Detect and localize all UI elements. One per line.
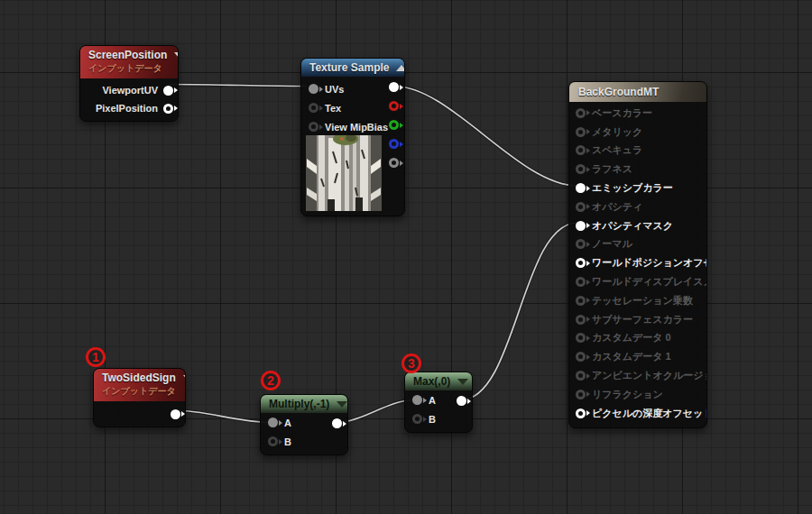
input-row: B <box>261 432 347 451</box>
node-title: TwoSidedSign <box>102 372 176 384</box>
annotation-number: 2 <box>267 373 274 388</box>
pin-label: ベースカラー <box>592 106 652 120</box>
input-pin-tex[interactable] <box>309 103 318 113</box>
input-pin-custom-data-1[interactable] <box>576 352 586 362</box>
collapse-arrow-icon[interactable] <box>457 379 468 385</box>
node-header[interactable]: Max(,0) <box>405 372 472 390</box>
output-pin-r[interactable] <box>389 101 399 111</box>
node-subtitle: インプットデータ <box>102 385 178 398</box>
output-row <box>94 401 185 427</box>
node-subtitle: インプットデータ <box>88 62 171 75</box>
node-multiply[interactable]: Multiply(,-1) A B <box>260 394 348 455</box>
material-pin-row: リフラクション <box>569 385 706 404</box>
output-pin[interactable] <box>457 396 466 406</box>
texture-preview-thumbnail <box>306 135 382 211</box>
pin-label: PixelPosition <box>96 103 158 114</box>
input-pin-world-displacement[interactable] <box>576 277 586 287</box>
input-pin-view-mipbias[interactable] <box>309 122 318 132</box>
wire-texturesample-to-emissive[interactable] <box>394 87 577 187</box>
input-pin-b[interactable] <box>412 414 422 424</box>
pin-label: ワールドディスプレイスメント <box>592 275 707 289</box>
pin-label: UVs <box>325 84 344 95</box>
node-title: Texture Sample <box>309 61 389 74</box>
output-pin-viewportuv[interactable] <box>163 86 173 96</box>
pin-label: カスタムデータ 0 <box>592 331 671 344</box>
output-pin[interactable] <box>332 418 342 428</box>
annotation-badge-1: 1 <box>86 347 106 367</box>
input-pin-tessellation-multiplier[interactable] <box>576 296 586 306</box>
material-pin-row: カスタムデータ 0 <box>569 329 706 348</box>
output-pin-pixelposition[interactable] <box>163 104 173 114</box>
input-pin-a[interactable] <box>268 418 278 427</box>
material-pin-row: ワールドディスプレイスメント <box>569 272 706 291</box>
pin-label: A <box>284 418 291 428</box>
material-pin-row: テッセレーション乗数 <box>569 291 706 310</box>
node-header[interactable]: ScreenPosition インプットデータ <box>80 46 178 78</box>
input-pin-b[interactable] <box>268 436 278 446</box>
material-graph-canvas[interactable]: ScreenPosition インプットデータ ViewportUV Pixel… <box>0 0 812 514</box>
input-pin-subsurface-color[interactable] <box>576 315 586 325</box>
input-pin-world-position-offset[interactable] <box>576 258 586 268</box>
input-pin-custom-data-0[interactable] <box>576 333 586 343</box>
material-pin-row: ノーマル <box>569 235 706 254</box>
input-pin-refraction[interactable] <box>576 390 586 399</box>
material-pin-row: ベースカラー <box>569 104 706 123</box>
pin-label: ワールドポジションオフセット <box>592 256 707 270</box>
node-title: Multiply(,-1) <box>269 398 329 410</box>
input-pin-roughness[interactable] <box>576 164 586 174</box>
output-pin-rgb[interactable] <box>389 82 399 92</box>
pin-label: B <box>429 414 436 425</box>
node-max[interactable]: Max(,0) A B <box>404 372 473 433</box>
pin-label: スペキュラ <box>592 143 642 157</box>
input-pin-ambient-occlusion[interactable] <box>576 371 586 381</box>
output-pin-a[interactable] <box>389 158 399 168</box>
pin-label: オパシティマスク <box>592 219 673 233</box>
node-texture-sample[interactable]: Texture Sample UVs Tex View MipBias <box>300 58 405 216</box>
pin-label: View MipBias <box>325 122 388 133</box>
annotation-number: 3 <box>408 356 415 371</box>
pin-label: エミッシブカラー <box>592 181 673 195</box>
input-pin-basecolor[interactable] <box>576 108 586 118</box>
input-pin-metallic[interactable] <box>576 127 586 137</box>
pin-label: ピクセルの深度オフセット <box>592 407 707 420</box>
material-pin-row: オパシティ <box>569 197 706 216</box>
material-pin-row: カスタムデータ 1 <box>569 347 706 366</box>
node-title: BackGroundMT <box>578 86 659 98</box>
input-pin-uvs[interactable] <box>309 84 318 94</box>
node-title: Max(,0) <box>413 375 450 388</box>
input-pin-a[interactable] <box>412 395 422 405</box>
node-header[interactable]: BackGroundMT <box>569 82 706 102</box>
output-pin[interactable] <box>171 409 180 419</box>
material-pin-row: オパシティマスク <box>569 216 706 235</box>
input-pin-opacity[interactable] <box>576 202 586 212</box>
pin-label: ViewportUV <box>102 85 158 96</box>
node-title: ScreenPosition <box>88 49 167 61</box>
collapse-arrow-icon[interactable] <box>174 52 179 59</box>
input-pin-emissive-color[interactable] <box>576 183 586 193</box>
pin-label: テッセレーション乗数 <box>592 294 693 307</box>
pin-label: リフラクション <box>592 388 663 401</box>
node-header[interactable]: Multiply(,-1) <box>261 395 347 413</box>
input-pin-normal[interactable] <box>576 239 586 249</box>
collapse-arrow-icon[interactable] <box>183 375 186 381</box>
collapse-arrow-icon[interactable] <box>396 65 405 71</box>
pin-label: アンビエントオクルージョン <box>592 369 707 382</box>
annotation-badge-3: 3 <box>401 353 421 373</box>
input-pin-specular[interactable] <box>576 145 586 155</box>
output-pin-g[interactable] <box>389 120 399 130</box>
output-pin-b[interactable] <box>389 139 399 149</box>
material-pin-row: サブサーフェスカラー <box>569 310 706 329</box>
pin-label: カスタムデータ 1 <box>592 350 671 363</box>
input-pin-opacity-mask[interactable] <box>576 221 586 231</box>
node-header[interactable]: Texture Sample <box>301 59 404 77</box>
wire-max-to-opacitymask[interactable] <box>461 223 577 400</box>
node-background-mt[interactable]: BackGroundMT ベースカラー メタリック スペキュラ ラフネス エミッ… <box>568 81 707 428</box>
input-pin-pixel-depth-offset[interactable] <box>576 408 586 418</box>
node-screen-position[interactable]: ScreenPosition インプットデータ ViewportUV Pixel… <box>79 45 179 122</box>
node-two-sided-sign[interactable]: TwoSidedSign インプットデータ <box>93 368 186 427</box>
output-row: PixelPosition <box>80 99 178 117</box>
collapse-arrow-icon[interactable] <box>337 401 347 408</box>
material-pin-row: メタリック <box>569 123 706 142</box>
material-pin-row: ピクセルの深度オフセット <box>569 404 706 423</box>
node-header[interactable]: TwoSidedSign インプットデータ <box>94 369 185 401</box>
